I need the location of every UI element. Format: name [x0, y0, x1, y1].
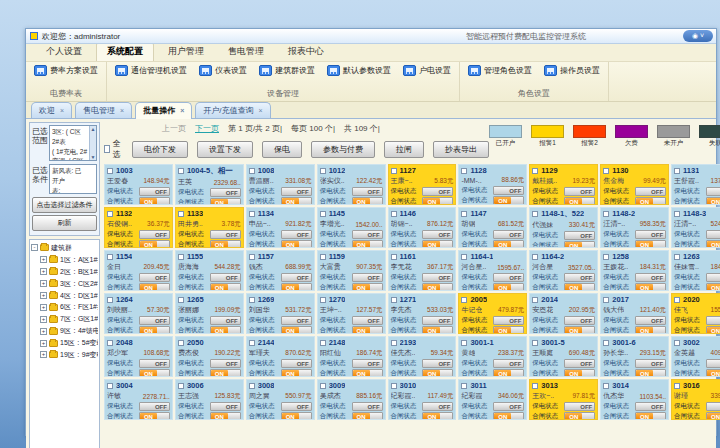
switch-status-toggle[interactable]: ON — [210, 412, 241, 420]
meter-card[interactable]: 1155 唐海海 544.28元 保电状态 OFF 合闸状态 ON — [175, 250, 244, 291]
meter-card[interactable]: 2020 佳飞 155.33元 保电状态 OFF 合闸状态 ON — [671, 293, 720, 334]
supply-status-toggle[interactable]: OFF — [352, 230, 383, 239]
ribbon-button[interactable]: 管理角色设置 — [468, 65, 532, 76]
supply-status-toggle[interactable]: OFF — [352, 273, 383, 282]
meter-card[interactable]: 3001-1 黄雄 238.37元 保电状态 OFF 合闸状态 ON — [458, 336, 527, 377]
meter-card[interactable]: 3004 许敏 2278.71.. 保电状态 OFF 合闸状态 ON — [104, 379, 173, 420]
meter-checkbox[interactable] — [107, 168, 113, 174]
meter-card[interactable]: 1129 戴桂娥.. 19.23元 保电状态 OFF 合闸状态 ON — [529, 164, 598, 205]
meter-card[interactable]: 1265 张丽娜 199.09元 保电状态 OFF 合闸状态 ON — [175, 293, 244, 334]
switch-status-toggle[interactable]: ON — [422, 326, 453, 334]
supply-status-toggle[interactable]: OFF — [493, 186, 524, 195]
meter-checkbox[interactable] — [461, 383, 467, 389]
supply-status-toggle[interactable]: OFF — [635, 187, 666, 196]
meter-card[interactable]: 2144 军瑾夫 870.62元 保电状态 OFF 合闸状态 ON — [246, 336, 315, 377]
tree-expander-icon[interactable]: + — [40, 328, 47, 335]
meter-card[interactable]: 3011 纪彩霞 346.06元 保电状态 OFF 合闸状态 ON — [458, 379, 527, 420]
refresh-button[interactable]: 刷新 — [32, 215, 97, 231]
supply-status-toggle[interactable]: OFF — [493, 402, 524, 411]
supply-status-toggle[interactable]: OFF — [281, 187, 312, 196]
switch-status-toggle[interactable]: ON — [422, 369, 453, 377]
meter-card[interactable]: 3001-5 王顺庭 690.48元 保电状态 OFF 合闸状态 ON — [529, 336, 598, 377]
supply-status-toggle[interactable]: OFF — [352, 402, 383, 411]
switch-status-toggle[interactable]: ON — [210, 283, 241, 291]
meter-card[interactable]: 1157 钱杰 688.99元 保电状态 OFF 合闸状态 ON — [246, 250, 315, 291]
meter-checkbox[interactable] — [461, 340, 467, 346]
meter-checkbox[interactable] — [107, 383, 113, 389]
meter-checkbox[interactable] — [178, 340, 184, 346]
meter-card[interactable]: 2148 阳红仙 186.74元 保电状态 OFF 合闸状态 ON — [317, 336, 386, 377]
switch-status-toggle[interactable]: ON — [706, 283, 720, 291]
meter-checkbox[interactable] — [249, 211, 255, 217]
meter-checkbox[interactable] — [391, 254, 397, 260]
supply-status-toggle[interactable]: OFF — [635, 273, 666, 282]
switch-status-toggle[interactable]: ON — [139, 283, 170, 291]
switch-status-toggle[interactable]: ON — [422, 197, 453, 205]
supply-status-toggle[interactable]: OFF — [281, 316, 312, 325]
meter-card[interactable]: 1008 曹温丽.. 331.08元 保电状态 OFF 合闸状态 ON — [246, 164, 315, 205]
ribbon-button[interactable]: 操作员设置 — [544, 65, 600, 76]
document-tab[interactable]: 开户/充值查询 × — [195, 102, 270, 118]
select-all[interactable]: 全选 — [104, 138, 123, 160]
menu-item[interactable]: 个人设置 — [36, 43, 92, 61]
supply-status-toggle[interactable]: OFF — [281, 402, 312, 411]
meter-card[interactable]: 2014 安恩花 202.95元 保电状态 OFF 合闸状态 ON — [529, 293, 598, 334]
switch-status-toggle[interactable]: ON — [493, 412, 524, 420]
ribbon-button[interactable]: 默认参数设置 — [327, 65, 391, 76]
switch-status-toggle[interactable]: ON — [564, 326, 595, 334]
switch-status-toggle[interactable]: ON — [281, 240, 312, 248]
switch-status-toggle[interactable]: ON — [635, 240, 666, 248]
supply-status-toggle[interactable]: OFF — [422, 402, 453, 411]
document-tab[interactable]: 欢迎 × — [31, 102, 72, 118]
tree-expander-icon[interactable]: + — [40, 268, 47, 275]
switch-status-toggle[interactable]: ON — [422, 283, 453, 291]
meter-card[interactable]: 1148-1、522 代强妹 330.41元 保电状态 OFF 合闸状态 ON — [529, 207, 598, 248]
meter-checkbox[interactable] — [674, 340, 680, 346]
supply-status-toggle[interactable]: OFF — [281, 359, 312, 368]
meter-checkbox[interactable] — [603, 297, 609, 303]
switch-status-toggle[interactable]: ON — [139, 412, 170, 420]
meter-card[interactable]: 1258 王媛花.. 184.31元 保电状态 OFF 合闸状态 ON — [600, 250, 669, 291]
tree-item[interactable]: + 4区：D区1#井（D区 — [40, 290, 98, 302]
supply-status-toggle[interactable]: OFF — [139, 187, 170, 196]
tree-item[interactable]: + 9区：4#馈电井（4# — [40, 325, 98, 337]
tree-expander-icon[interactable]: + — [40, 316, 47, 323]
meter-checkbox[interactable] — [107, 297, 113, 303]
tree-expander-icon[interactable]: + — [40, 340, 47, 347]
meter-card[interactable]: 1004-5、相一 王英 2329.68.. 保电状态 OFF 合闸状态 ON — [175, 164, 244, 205]
selected-range-listbox[interactable]: ▲▼ 3区: ( C区2#表 ( 1#充电, 2# 空调, / C区1# — [49, 125, 97, 161]
switch-status-toggle[interactable]: ON — [281, 283, 312, 291]
meter-checkbox[interactable] — [674, 383, 680, 389]
switch-status-toggle[interactable]: ON — [706, 369, 720, 377]
meter-checkbox[interactable] — [674, 254, 680, 260]
meter-checkbox[interactable] — [391, 168, 397, 174]
meter-card[interactable]: 1131 王舒霞.. 137.59元 保电状态 OFF 合闸状态 ON — [671, 164, 720, 205]
tree-expander-icon[interactable]: + — [40, 280, 47, 287]
supply-status-toggle[interactable]: OFF — [210, 316, 241, 325]
meter-checkbox[interactable] — [249, 340, 255, 346]
switch-status-toggle[interactable]: ON — [564, 412, 595, 420]
ribbon-button[interactable]: 通信管理机设置 — [115, 65, 187, 76]
meter-checkbox[interactable] — [249, 168, 255, 174]
ribbon-button[interactable]: 费率方案设置 — [34, 65, 98, 76]
meter-checkbox[interactable] — [320, 383, 326, 389]
supply-status-toggle[interactable]: OFF — [564, 402, 595, 411]
tree-expander-icon[interactable]: + — [40, 256, 47, 263]
switch-status-toggle[interactable]: ON — [210, 240, 241, 248]
supply-status-toggle[interactable]: OFF — [706, 230, 720, 239]
menu-item[interactable]: 售电管理 — [218, 43, 274, 61]
switch-status-toggle[interactable]: ON — [352, 283, 383, 291]
meter-checkbox[interactable] — [532, 297, 538, 303]
meter-card[interactable]: 2005 牛记仓 479.87元 保电状态 OFF 合闸状态 ON — [458, 293, 527, 334]
supply-status-toggle[interactable]: OFF — [210, 188, 241, 197]
meter-card[interactable]: 1161 李无花 367.17元 保电状态 OFF 合闸状态 ON — [388, 250, 457, 291]
meter-checkbox[interactable] — [249, 254, 255, 260]
switch-status-toggle[interactable]: ON — [210, 326, 241, 334]
selected-condition-listbox[interactable]: 新风表: 已开户 表; — [49, 164, 97, 194]
batch-action-button[interactable]: 参数与付费 — [311, 141, 375, 158]
meter-card[interactable]: 1127 王康~.. 5.83元 保电状态 OFF 合闸状态 ON — [388, 164, 457, 205]
supply-status-toggle[interactable]: OFF — [493, 316, 524, 325]
meter-card[interactable]: 1130 焦金梅 99.49元 保电状态 OFF 合闸状态 ON — [600, 164, 669, 205]
supply-status-toggle[interactable]: OFF — [422, 230, 453, 239]
meter-card[interactable]: 3008 周之翼 550.97元 保电状态 OFF 合闸状态 ON — [246, 379, 315, 420]
